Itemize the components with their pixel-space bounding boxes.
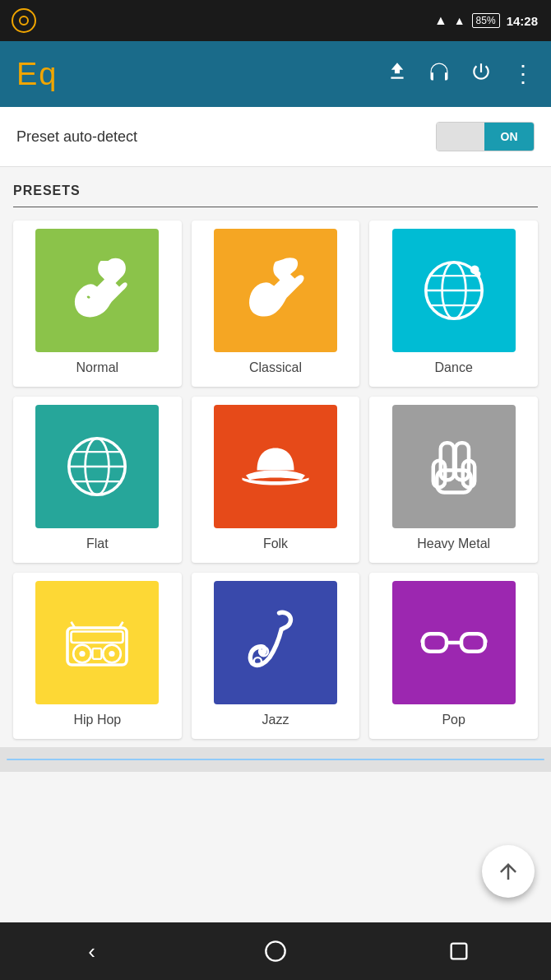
preset-jazz[interactable]: Jazz <box>192 573 360 739</box>
download-button[interactable] <box>387 61 408 87</box>
preset-hip-hop[interactable]: Hip Hop <box>13 573 182 739</box>
signal-icon: ▲ <box>454 14 465 27</box>
svg-rect-34 <box>451 944 467 959</box>
auto-detect-toggle[interactable]: ON <box>436 122 535 151</box>
more-options-button[interactable]: ⋮ <box>512 63 535 86</box>
preset-flat-icon-box <box>35 405 159 528</box>
presets-section: PRESETS Normal Classical <box>0 167 551 747</box>
preset-hip-hop-label: Hip Hop <box>73 713 121 727</box>
svg-point-21 <box>80 651 86 657</box>
fab-scroll-up-button[interactable] <box>482 845 535 898</box>
preset-jazz-label: Jazz <box>262 713 289 727</box>
recent-apps-button[interactable] <box>434 927 484 976</box>
preset-heavy-metal-label: Heavy Metal <box>417 536 490 551</box>
violin-icon <box>238 253 313 327</box>
saxophone-icon <box>238 606 313 680</box>
headphones-button[interactable] <box>428 60 451 88</box>
sunglasses-icon <box>417 606 491 680</box>
globe-disco-icon <box>417 253 491 327</box>
svg-point-6 <box>475 272 480 277</box>
preset-flat-label: Flat <box>86 536 109 551</box>
content-area: Preset auto-detect ON PRESETS Normal <box>0 107 551 922</box>
globe-icon <box>60 430 134 504</box>
preset-classical-label: Classical <box>249 360 302 375</box>
preset-pop-label: Pop <box>442 713 465 727</box>
rock-hand-icon <box>417 430 491 504</box>
app-title: Eq <box>16 57 387 92</box>
back-button[interactable]: ‹ <box>67 927 117 976</box>
app-status-icon <box>12 8 36 33</box>
scroll-bar <box>7 759 544 760</box>
preset-normal[interactable]: Normal <box>13 221 182 387</box>
battery-indicator: 85% <box>472 13 500 28</box>
preset-normal-icon-box <box>35 229 159 352</box>
preset-jazz-icon-box <box>214 581 337 704</box>
svg-rect-23 <box>93 648 102 659</box>
cowboy-hat-icon <box>238 430 313 504</box>
svg-rect-28 <box>423 634 447 652</box>
preset-hip-hop-icon-box <box>35 581 159 704</box>
preset-classical[interactable]: Classical <box>192 221 360 387</box>
preset-dance-label: Dance <box>435 360 473 375</box>
home-button[interactable] <box>251 927 300 976</box>
preset-flat[interactable]: Flat <box>13 397 182 563</box>
status-bar: ▲ ▲ 85% 14:28 <box>0 0 551 41</box>
toggle-on-label: ON <box>484 123 534 151</box>
power-button[interactable] <box>470 61 492 87</box>
auto-detect-row: Preset auto-detect ON <box>0 107 551 167</box>
wifi-icon: ▲ <box>434 13 447 28</box>
presets-title: PRESETS <box>13 183 538 207</box>
guitar-icon <box>60 253 134 327</box>
preset-pop-icon-box <box>392 581 516 704</box>
preset-normal-label: Normal <box>76 360 119 375</box>
preset-dance[interactable]: Dance <box>369 221 538 387</box>
preset-classical-icon-box <box>214 229 337 352</box>
preset-heavy-metal-icon-box <box>392 405 516 528</box>
preset-folk-label: Folk <box>263 536 288 551</box>
svg-point-33 <box>266 941 285 960</box>
preset-dance-icon-box <box>392 229 516 352</box>
bottom-navigation: ‹ <box>0 922 551 980</box>
time-display: 14:28 <box>507 14 538 28</box>
preset-folk-icon-box <box>214 405 337 528</box>
presets-grid: Normal Classical <box>13 221 538 739</box>
toggle-off-area <box>437 123 484 151</box>
preset-heavy-metal[interactable]: Heavy Metal <box>369 397 538 563</box>
toolbar: Eq ⋮ <box>0 41 551 107</box>
scroll-area <box>0 747 551 772</box>
arrow-up-icon <box>496 859 521 884</box>
preset-pop[interactable]: Pop <box>369 573 538 739</box>
preset-folk[interactable]: Folk <box>192 397 360 563</box>
svg-rect-29 <box>461 634 485 652</box>
svg-point-22 <box>109 651 115 657</box>
svg-rect-18 <box>72 632 123 643</box>
boombox-icon <box>60 606 134 680</box>
auto-detect-label: Preset auto-detect <box>16 128 137 146</box>
